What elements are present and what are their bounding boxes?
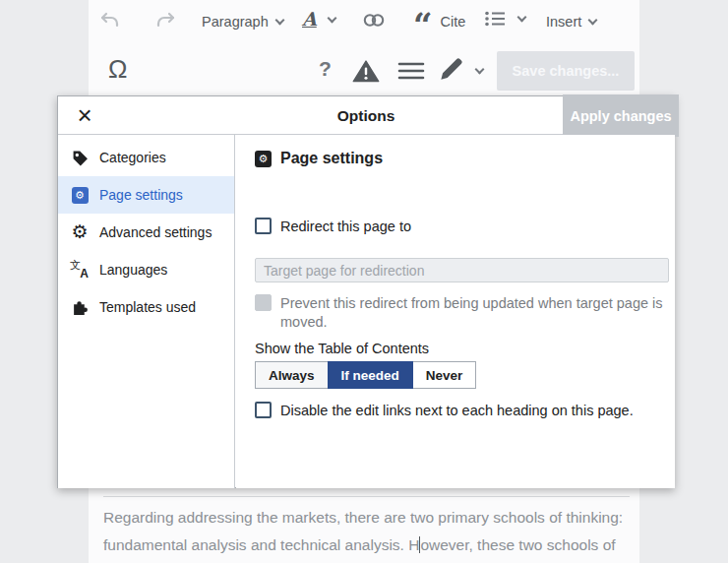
panel-heading: ⚙ Page settings — [255, 150, 383, 167]
toc-if-needed-button[interactable]: If needed — [328, 361, 413, 389]
close-icon: × — [77, 100, 91, 131]
edit-links-checkbox[interactable] — [255, 402, 272, 418]
notices-button[interactable] — [352, 60, 380, 83]
edit-links-checkbox-row: Disable the edit links next to each head… — [255, 402, 668, 419]
sidebar-item-page-settings[interactable]: ⚙ Page settings — [58, 176, 234, 214]
undo-icon — [98, 12, 120, 29]
insert-label: Insert — [546, 14, 581, 30]
chevron-down-icon — [274, 15, 284, 25]
sidebar-item-advanced-settings[interactable]: ⚙ Advanced settings — [58, 214, 234, 251]
article-line-2: fundamental analysis and technical analy… — [103, 532, 630, 559]
sidebar-item-label: Advanced settings — [99, 224, 212, 240]
prevent-redirect-checkbox — [255, 294, 272, 311]
redo-button[interactable] — [155, 12, 177, 29]
sidebar-item-categories[interactable]: Categories — [58, 139, 234, 176]
special-character-button[interactable]: Ω — [108, 54, 127, 85]
hamburger-menu-icon — [397, 61, 425, 81]
redirect-target-input[interactable] — [255, 258, 669, 282]
sidebar-item-label: Languages — [99, 262, 167, 278]
panel-heading-label: Page settings — [280, 150, 383, 167]
list-structure-dropdown[interactable] — [484, 10, 525, 28]
save-changes-label: Save changes... — [513, 63, 620, 79]
page-settings-icon: ⚙ — [70, 185, 90, 205]
edit-mode-dropdown[interactable] — [439, 57, 483, 82]
options-dialog: Options × Apply changes Categories ⚙ Pag… — [57, 95, 675, 488]
edit-links-checkbox-label: Disable the edit links next to each head… — [280, 402, 634, 419]
toc-button-group: Always If needed Never — [255, 361, 476, 389]
sidebar-item-languages[interactable]: 文A Languages — [58, 251, 234, 288]
toc-always-button[interactable]: Always — [255, 361, 329, 389]
article-paragraph[interactable]: Regarding addressing the markets, there … — [103, 504, 630, 559]
text-style-icon: A — [302, 8, 317, 30]
help-icon: ? — [319, 57, 332, 80]
dialog-sidebar: Categories ⚙ Page settings ⚙ Advanced se… — [58, 135, 235, 488]
redirect-checkbox[interactable] — [255, 218, 272, 234]
cite-label: Cite — [441, 14, 466, 30]
chevron-down-icon — [588, 15, 598, 25]
redirect-checkbox-row: Redirect this page to — [255, 218, 648, 235]
apply-changes-button[interactable]: Apply changes — [563, 94, 679, 137]
save-changes-button[interactable]: Save changes... — [497, 51, 635, 91]
link-button[interactable] — [362, 13, 386, 28]
prevent-redirect-checkbox-row: Prevent this redirect from being updated… — [255, 294, 688, 332]
gear-icon: ⚙ — [70, 222, 90, 242]
sidebar-item-label: Page settings — [99, 187, 183, 203]
help-button[interactable]: ? — [319, 57, 332, 81]
article-line-1: Regarding addressing the markets, there … — [103, 504, 630, 532]
language-icon: 文A — [70, 260, 90, 280]
redirect-checkbox-label: Redirect this page to — [280, 218, 411, 235]
toc-label: Show the Table of Contents — [255, 341, 429, 356]
page-options-menu-button[interactable] — [397, 61, 425, 81]
toc-never-button[interactable]: Never — [412, 361, 477, 389]
tag-icon — [70, 148, 90, 167]
warning-icon — [352, 60, 380, 83]
page-settings-icon: ⚙ — [255, 151, 272, 167]
chevron-down-icon — [517, 13, 527, 23]
redo-icon — [155, 12, 177, 29]
sidebar-item-templates-used[interactable]: Templates used — [58, 288, 234, 326]
paragraph-format-dropdown[interactable]: Paragraph — [202, 14, 283, 30]
dialog-header: Options × Apply changes — [58, 96, 674, 135]
page-settings-panel: ⚙ Page settings Redirect this page to i … — [236, 135, 675, 488]
chevron-down-icon — [327, 13, 336, 23]
quote-icon: “ — [413, 20, 433, 30]
paragraph-format-label: Paragraph — [202, 14, 269, 30]
text-style-dropdown[interactable]: A — [302, 8, 335, 30]
bullet-list-icon — [484, 10, 506, 28]
chevron-down-icon — [475, 65, 485, 75]
puzzle-icon — [70, 297, 90, 317]
cite-button[interactable]: “ Cite — [413, 10, 465, 30]
insert-dropdown[interactable]: Insert — [546, 14, 596, 30]
link-icon — [362, 13, 386, 28]
content-divider — [103, 496, 630, 497]
undo-button[interactable] — [98, 12, 120, 29]
close-button[interactable]: × — [70, 98, 99, 132]
sidebar-item-label: Templates used — [99, 299, 196, 315]
prevent-redirect-checkbox-label: Prevent this redirect from being updated… — [280, 294, 672, 332]
pencil-icon — [439, 57, 463, 82]
omega-icon: Ω — [108, 54, 127, 84]
sidebar-item-label: Categories — [99, 150, 166, 165]
